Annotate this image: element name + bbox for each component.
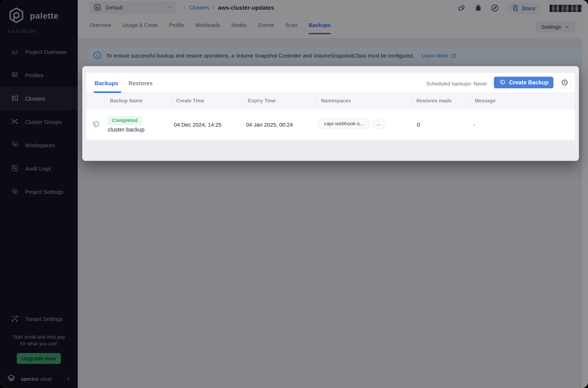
header-message: Message — [475, 98, 496, 104]
tab-workloads[interactable]: Workloads — [195, 22, 220, 34]
breadcrumb-clusters-link[interactable]: Clusters — [189, 4, 209, 11]
gear-icon — [11, 188, 19, 196]
learn-more-label: Learn More — [421, 53, 448, 59]
upgrade-now-button[interactable]: Upgrade now — [17, 353, 61, 364]
header-namespaces: Namespaces — [321, 98, 351, 104]
sidebar: palette 4.6.0-241204 Project Overview — [0, 0, 78, 388]
external-link-icon — [451, 53, 457, 59]
header-restores-made: Restores made — [416, 98, 452, 104]
settings-button-label: Settings — [541, 24, 561, 30]
create-backup-label: Create Backup — [509, 79, 548, 86]
header-expiry-time: Expiry Time — [248, 98, 276, 104]
tab-overview[interactable]: Overview — [89, 22, 111, 34]
settings-button[interactable]: Settings — [536, 21, 575, 33]
orbit-icon — [11, 141, 19, 150]
column-divider — [171, 96, 171, 106]
chevron-down-icon — [564, 24, 570, 30]
breadcrumb-current: aws-cluster-updates — [218, 4, 274, 11]
server-icon — [11, 94, 19, 103]
info-banner: To ensure successful backup and restore … — [87, 48, 581, 64]
bug-report-icon[interactable] — [474, 4, 482, 13]
sidebar-item-label: Project Overview — [25, 49, 67, 55]
book-icon — [512, 4, 519, 13]
namespace-chip[interactable]: capi-webhook-s... — [318, 118, 370, 129]
project-selector-value: Default — [106, 4, 123, 11]
sidebar-item-label: Tenant Settings — [25, 316, 63, 322]
docs-label: Docs — [522, 5, 535, 11]
palette-logo: palette — [8, 7, 59, 25]
info-icon — [93, 51, 102, 60]
sidebar-nav: Project Overview Profiles — [0, 40, 78, 204]
layers-icon — [11, 71, 19, 80]
tenant-settings-wrap: Tenant Settings — [0, 308, 78, 331]
top-bar: Default / Clusters / aws-cluster-updates — [78, 0, 588, 38]
app-window: palette 4.6.0-241204 Project Overview — [0, 0, 588, 388]
bar-chart-icon — [11, 48, 19, 57]
header-create-time: Create Time — [176, 98, 204, 104]
palette-logo-icon — [8, 7, 25, 25]
sidebar-item-profiles[interactable]: Profiles — [0, 64, 78, 87]
collapse-sidebar-icon[interactable] — [65, 376, 71, 383]
column-divider — [316, 96, 316, 106]
tab-nodes[interactable]: Nodes — [231, 22, 247, 34]
tab-scan[interactable]: Scan — [285, 22, 297, 34]
sidebar-item-label: Project Settings — [25, 189, 63, 195]
breadcrumb-separator: / — [184, 4, 185, 11]
compass-icon[interactable] — [490, 4, 499, 13]
scrollbar-track[interactable] — [582, 0, 588, 388]
sidebar-item-workspaces[interactable]: Workspaces — [0, 134, 78, 157]
clock-icon — [561, 79, 568, 86]
restore-icon — [499, 79, 506, 86]
upgrade-promo-text: Start small and only pay for what you us… — [0, 334, 78, 347]
chevron-down-icon — [166, 4, 172, 11]
scheduled-backups-label: Scheduled backups: Never — [426, 81, 487, 87]
sidebar-item-label: Clusters — [25, 96, 45, 102]
chat-icon[interactable] — [457, 4, 466, 13]
tab-backups[interactable]: Backups — [309, 22, 331, 34]
column-divider — [469, 96, 470, 106]
tab-backups-inner[interactable]: Backups — [95, 80, 118, 87]
message-value: - — [473, 122, 475, 128]
create-time-value: 04 Dec 2024, 14:25 — [174, 122, 222, 128]
sidebar-item-audit-logs[interactable]: Audit Logs — [0, 157, 78, 180]
tab-restores-inner[interactable]: Restores — [129, 80, 153, 87]
backup-name: cluster-backup — [108, 126, 145, 133]
header-backup-name: Backup Name — [110, 98, 142, 104]
column-divider — [243, 96, 243, 106]
backups-panel-header: Backups Restores Scheduled backups: Neve… — [86, 73, 575, 93]
banner-text: To ensure successful backup and restore … — [106, 53, 414, 59]
learn-more-link[interactable]: Learn More — [421, 53, 457, 59]
project-chart-icon — [93, 3, 102, 12]
sidebar-item-tenant-settings[interactable]: Tenant Settings — [0, 308, 78, 331]
sidebar-item-label: Profiles — [25, 72, 43, 78]
more-namespaces-chip[interactable]: ... — [372, 118, 385, 129]
tab-events[interactable]: Events — [258, 22, 274, 34]
sidebar-item-label: Audit Logs — [25, 166, 51, 172]
tools-icon — [11, 315, 19, 324]
project-selector[interactable]: Default — [89, 1, 176, 14]
sidebar-item-label: Cluster Groups — [25, 119, 62, 125]
app-name: palette — [30, 11, 59, 21]
column-divider — [411, 96, 411, 106]
status-badge: Completed — [108, 116, 142, 125]
backup-history-icon — [91, 120, 100, 130]
version-label: 4.6.0-241204 — [8, 29, 36, 34]
docs-button[interactable]: Docs — [507, 2, 540, 14]
sidebar-item-project-settings[interactable]: Project Settings — [0, 180, 78, 204]
breadcrumb: / Clusters / aws-cluster-updates — [184, 1, 274, 14]
tab-usage-costs[interactable]: Usage & Costs — [122, 22, 158, 34]
sidebar-footer: spectro cloud — [0, 370, 78, 388]
schedule-clock-button[interactable] — [559, 77, 571, 88]
backups-panel: Backups Restores Scheduled backups: Neve… — [86, 73, 575, 140]
table-row[interactable]: Completed cluster-backup 04 Dec 2024, 14… — [86, 109, 575, 140]
tab-profile[interactable]: Profile — [169, 22, 184, 34]
sidebar-item-cluster-groups[interactable]: Cluster Groups — [0, 110, 78, 134]
backups-card: Backups Restores Scheduled backups: Neve… — [82, 66, 579, 161]
cluster-tabs: Overview Usage & Costs Profile Workloads… — [89, 22, 331, 34]
sidebar-item-clusters[interactable]: Clusters — [0, 87, 78, 110]
main-area: Default / Clusters / aws-cluster-updates — [78, 0, 588, 388]
create-backup-button[interactable]: Create Backup — [494, 77, 553, 88]
brand-name: spectro cloud — [21, 376, 52, 382]
sidebar-item-project-overview[interactable]: Project Overview — [0, 40, 78, 64]
active-tab-underline — [93, 92, 121, 93]
